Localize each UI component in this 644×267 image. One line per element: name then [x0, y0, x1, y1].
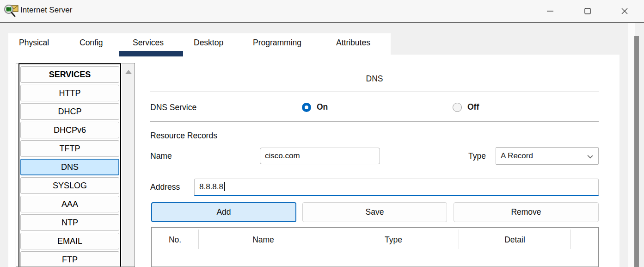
sidebar-item-email[interactable]: EMAIL — [20, 233, 119, 249]
tab-config[interactable]: Config — [80, 38, 103, 48]
tab-services[interactable]: Services — [133, 38, 164, 48]
remove-button[interactable]: Remove — [454, 202, 599, 222]
sidebar-item-ftp[interactable]: FTP — [20, 251, 119, 267]
dns-service-on-radio[interactable] — [302, 103, 311, 112]
dns-service-off-radio[interactable] — [453, 103, 462, 112]
name-input[interactable] — [260, 148, 380, 164]
sidebar-item-http[interactable]: HTTP — [20, 85, 119, 101]
sidebar-item-tftp[interactable]: TFTP — [20, 140, 119, 157]
sidebar-item-dns[interactable]: DNS — [20, 159, 119, 175]
name-label: Name — [150, 151, 172, 161]
save-button[interactable]: Save — [302, 202, 447, 222]
column-header-detail: Detail — [459, 230, 571, 249]
column-header-no: No. — [152, 230, 199, 249]
records-table-header: No. Name Type Detail — [152, 230, 598, 251]
resource-records-label: Resource Records — [150, 131, 217, 141]
services-scroll-area: SERVICES HTTP DHCP DHCPv6 TFTP DNS SYSLO… — [16, 63, 135, 267]
window-scrollbar-track[interactable] — [628, 23, 635, 267]
address-input-value: 8.8.8.8 — [199, 182, 223, 191]
address-label: Address — [150, 182, 180, 192]
window-title: Internet Server — [20, 6, 72, 15]
maximize-icon — [584, 8, 591, 14]
sidebar-item-dhcp[interactable]: DHCP — [20, 103, 119, 120]
window-scrollbar-thumb[interactable] — [634, 36, 639, 267]
sidebar-item-syslog[interactable]: SYSLOG — [20, 177, 119, 194]
column-header-empty — [571, 230, 598, 249]
app-icon — [4, 3, 19, 19]
tab-desktop[interactable]: Desktop — [194, 38, 223, 48]
tab-attributes[interactable]: Attributes — [336, 38, 370, 48]
dns-service-on-label[interactable]: On — [317, 102, 328, 112]
close-button[interactable] — [614, 0, 635, 22]
sidebar-item-dhcpv6[interactable]: DHCPv6 — [20, 122, 119, 138]
sidebar-header-services: SERVICES — [20, 66, 119, 83]
address-input[interactable]: 8.8.8.8 — [194, 179, 599, 196]
close-icon — [621, 8, 628, 14]
divider — [150, 121, 599, 122]
title-bar: Internet Server — [0, 0, 644, 23]
sidebar-item-ntp[interactable]: NTP — [20, 214, 119, 231]
type-label: Type — [468, 151, 486, 161]
minimize-icon — [547, 8, 553, 14]
type-dropdown[interactable]: A Record — [496, 147, 599, 165]
divider — [150, 92, 599, 92]
selected-tab-underline — [119, 51, 183, 56]
services-list: SERVICES HTTP DHCP DHCPv6 TFTP DNS SYSLO… — [18, 63, 121, 267]
services-scrollbar[interactable] — [122, 63, 135, 267]
text-caret — [224, 182, 225, 191]
maximize-button[interactable] — [577, 0, 598, 22]
records-table: No. Name Type Detail — [151, 227, 599, 267]
dns-pane-title: DNS — [150, 74, 599, 84]
scroll-up-icon[interactable] — [125, 70, 132, 74]
dns-service-off-label[interactable]: Off — [467, 102, 479, 112]
dns-service-label: DNS Service — [150, 103, 196, 112]
minimize-button[interactable] — [540, 0, 561, 22]
type-dropdown-value: A Record — [501, 151, 533, 160]
column-header-type: Type — [328, 230, 459, 249]
tab-programming[interactable]: Programming — [253, 38, 301, 48]
sidebar-item-aaa[interactable]: AAA — [20, 196, 119, 212]
chevron-down-icon — [587, 153, 593, 158]
add-button[interactable]: Add — [151, 202, 296, 222]
tab-physical[interactable]: Physical — [19, 38, 49, 48]
column-header-name: Name — [199, 230, 328, 249]
